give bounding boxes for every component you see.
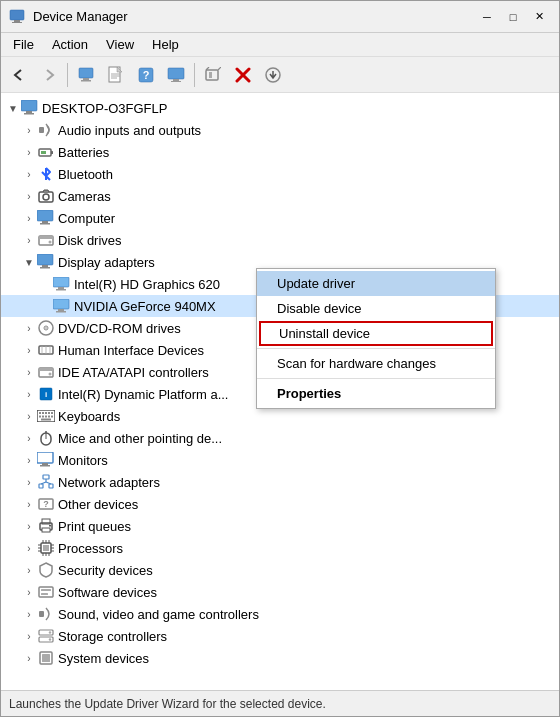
display-expand-icon[interactable]: ▼	[21, 254, 37, 270]
minimize-button[interactable]: ─	[475, 6, 499, 28]
tree-item-storage[interactable]: › Storage controllers	[1, 625, 559, 647]
svg-rect-24	[24, 113, 34, 115]
screen-button[interactable]	[162, 61, 190, 89]
network-expand-icon[interactable]: ›	[21, 474, 37, 490]
remove-button[interactable]	[229, 61, 257, 89]
ctx-separator	[257, 348, 495, 349]
close-button[interactable]: ✕	[527, 6, 551, 28]
svg-line-80	[41, 482, 46, 484]
tree-item-security[interactable]: › Security devices	[1, 559, 559, 581]
svg-rect-63	[51, 412, 53, 414]
intel-dyn-expand-icon[interactable]: ›	[21, 386, 37, 402]
hid-label: Human Interface Devices	[58, 343, 204, 358]
tree-item-cameras[interactable]: › Cameras	[1, 185, 559, 207]
computer-expand-icon[interactable]: ›	[21, 210, 37, 226]
svg-text:i: i	[45, 390, 47, 399]
tree-item-processors[interactable]: ›	[1, 537, 559, 559]
tree-item-disk[interactable]: › Disk drives	[1, 229, 559, 251]
disk-expand-icon[interactable]: ›	[21, 232, 37, 248]
ide-expand-icon[interactable]: ›	[21, 364, 37, 380]
scan-button[interactable]	[199, 61, 227, 89]
intel-hd-label: Intel(R) HD Graphics 620	[74, 277, 220, 292]
batteries-expand-icon[interactable]: ›	[21, 144, 37, 160]
svg-point-109	[49, 638, 51, 640]
sound-expand-icon[interactable]: ›	[21, 606, 37, 622]
display-label: Display adapters	[58, 255, 155, 270]
system-expand-icon[interactable]: ›	[21, 650, 37, 666]
menu-help[interactable]: Help	[144, 35, 187, 54]
forward-button[interactable]	[35, 61, 63, 89]
svg-point-30	[43, 194, 49, 200]
ctx-uninstall-device[interactable]: Uninstall device	[259, 321, 493, 346]
menu-bar: File Action View Help	[1, 33, 559, 57]
content-area: ▼ DESKTOP-O3FGFLP ›	[1, 93, 559, 690]
svg-rect-2	[12, 22, 22, 23]
tree-item-bluetooth[interactable]: › Bluetooth	[1, 163, 559, 185]
dvd-icon	[37, 319, 55, 337]
keyboards-label: Keyboards	[58, 409, 120, 424]
software-expand-icon[interactable]: ›	[21, 584, 37, 600]
svg-rect-32	[42, 221, 48, 223]
tree-item-monitors[interactable]: › Monitors	[1, 449, 559, 471]
properties-button[interactable]	[72, 61, 100, 89]
hid-expand-icon[interactable]: ›	[21, 342, 37, 358]
processors-expand-icon[interactable]: ›	[21, 540, 37, 556]
svg-rect-89	[43, 545, 49, 551]
monitors-expand-icon[interactable]: ›	[21, 452, 37, 468]
bluetooth-expand-icon[interactable]: ›	[21, 166, 37, 182]
menu-action[interactable]: Action	[44, 35, 96, 54]
storage-expand-icon[interactable]: ›	[21, 628, 37, 644]
audio-expand-icon[interactable]: ›	[21, 122, 37, 138]
tree-item-batteries[interactable]: › Batteries	[1, 141, 559, 163]
processors-label: Processors	[58, 541, 123, 556]
svg-rect-41	[58, 287, 64, 289]
other-expand-icon[interactable]: ›	[21, 496, 37, 512]
tree-item-other[interactable]: › ? Other devices	[1, 493, 559, 515]
svg-rect-37	[37, 254, 53, 265]
tree-item-system[interactable]: › System devices	[1, 647, 559, 669]
tree-root[interactable]: ▼ DESKTOP-O3FGFLP	[1, 97, 559, 119]
maximize-button[interactable]: □	[501, 6, 525, 28]
software-icon	[37, 583, 55, 601]
back-button[interactable]	[5, 61, 33, 89]
download-button[interactable]	[259, 61, 287, 89]
nvidia-icon	[53, 297, 71, 315]
disk-label: Disk drives	[58, 233, 122, 248]
mice-expand-icon[interactable]: ›	[21, 430, 37, 446]
root-expand-icon[interactable]: ▼	[5, 100, 21, 116]
batteries-label: Batteries	[58, 145, 109, 160]
status-text: Launches the Update Driver Wizard for th…	[9, 697, 326, 711]
svg-rect-38	[42, 265, 48, 267]
security-expand-icon[interactable]: ›	[21, 562, 37, 578]
tree-item-audio[interactable]: › Audio inputs and outputs	[1, 119, 559, 141]
svg-rect-5	[81, 80, 91, 82]
ide-icon	[37, 363, 55, 381]
monitors-icon	[37, 451, 55, 469]
cameras-expand-icon[interactable]: ›	[21, 188, 37, 204]
ctx-disable-device[interactable]: Disable device	[257, 296, 495, 321]
help-button[interactable]: ?	[132, 61, 160, 89]
tree-item-sound[interactable]: › Sound, video and game controllers	[1, 603, 559, 625]
svg-line-81	[46, 482, 51, 484]
tree-item-software[interactable]: › Software devices	[1, 581, 559, 603]
doc-button[interactable]	[102, 61, 130, 89]
svg-rect-62	[48, 412, 50, 414]
svg-rect-73	[37, 452, 53, 463]
tree-item-computer[interactable]: › Computer	[1, 207, 559, 229]
tree-item-network[interactable]: › Network adapters	[1, 471, 559, 493]
tree-item-print[interactable]: › Print queues	[1, 515, 559, 537]
ctx-update-driver[interactable]: Update driver	[257, 271, 495, 296]
menu-view[interactable]: View	[98, 35, 142, 54]
cameras-icon	[37, 187, 55, 205]
dvd-expand-icon[interactable]: ›	[21, 320, 37, 336]
app-icon	[9, 9, 25, 25]
svg-rect-104	[41, 593, 48, 595]
keyboards-expand-icon[interactable]: ›	[21, 408, 37, 424]
context-menu: Update driver Disable device Uninstall d…	[256, 268, 496, 409]
menu-file[interactable]: File	[5, 35, 42, 54]
keyboards-icon	[37, 407, 55, 425]
tree-item-mice[interactable]: › Mice and other pointing de...	[1, 427, 559, 449]
ctx-scan-hardware[interactable]: Scan for hardware changes	[257, 351, 495, 376]
print-expand-icon[interactable]: ›	[21, 518, 37, 534]
ctx-properties[interactable]: Properties	[257, 381, 495, 406]
